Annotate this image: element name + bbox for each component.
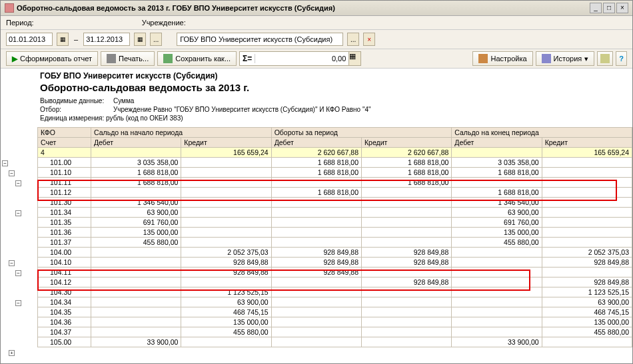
table-cell (452, 287, 542, 297)
col-credit: Кредит (181, 138, 271, 148)
tree-collapse-icon[interactable]: − (15, 300, 21, 306)
table-row[interactable]: 4165 659,242 620 667,882 620 667,88165 6… (38, 148, 632, 158)
table-row[interactable]: 104.35468 745,15468 745,15 (38, 307, 632, 317)
table-row[interactable]: 105.0033 900,0033 900,00 (38, 337, 632, 347)
table-cell: 104.30 (38, 287, 91, 297)
institution-label: Учреждение: (142, 19, 186, 27)
table-row[interactable]: 104.11928 849,88928 849,88 (38, 268, 632, 277)
tree-collapse-icon[interactable]: − (9, 170, 15, 176)
table-cell (542, 218, 632, 228)
table-cell (91, 277, 181, 287)
tree-collapse-icon[interactable]: − (2, 160, 8, 166)
table-cell (271, 307, 361, 317)
tree-collapse-icon[interactable]: − (9, 260, 15, 266)
tree-collapse-icon[interactable]: − (15, 270, 21, 276)
table-cell: 455 880,00 (181, 327, 271, 337)
run-icon: ▶ (12, 55, 17, 63)
table-row[interactable]: 104.12928 849,88928 849,88 (38, 277, 632, 287)
print-button[interactable]: Печать... (101, 51, 155, 66)
table-cell (542, 168, 632, 178)
table-row[interactable]: 101.301 346 540,001 346 540,00 (38, 198, 632, 208)
history-button[interactable]: История▾ (536, 51, 595, 66)
col-turnover: Обороты за период (271, 128, 452, 138)
table-cell (361, 337, 451, 347)
table-cell (271, 317, 361, 327)
tool-button-1[interactable] (597, 51, 613, 66)
table-cell (361, 287, 451, 297)
date-to-picker-icon[interactable]: ▦ (134, 33, 146, 46)
table-row[interactable]: 101.35691 760,00691 760,00 (38, 218, 632, 228)
report-content: ГОБУ ВПО Университет искусств (Субсидия)… (37, 69, 632, 363)
table-cell: 3 035 358,00 (452, 158, 542, 168)
table-cell: 691 760,00 (452, 218, 542, 228)
sigma-value: 0,00 (255, 55, 348, 63)
table-cell: 135 000,00 (542, 317, 632, 327)
table-cell (91, 248, 181, 258)
tree-collapse-icon[interactable]: − (15, 210, 21, 216)
table-row[interactable]: 101.003 035 358,001 688 818,001 688 818,… (38, 158, 632, 168)
table-row[interactable]: 104.002 052 375,03928 849,88928 849,882 … (38, 248, 632, 258)
tree-collapse-icon[interactable]: − (15, 180, 21, 186)
institution-input[interactable] (177, 33, 343, 46)
table-row[interactable]: 101.121 688 818,001 688 818,00 (38, 188, 632, 198)
table-cell (452, 178, 542, 188)
table-cell: 1 688 818,00 (91, 168, 181, 178)
table-cell: 1 688 818,00 (452, 168, 542, 178)
date-from-picker-icon[interactable]: ▦ (57, 33, 69, 46)
table-cell: 1 688 818,00 (361, 158, 451, 168)
table-cell (91, 258, 181, 268)
table-cell (542, 198, 632, 208)
table-row[interactable]: 101.37455 880,00455 880,00 (38, 238, 632, 248)
table-row[interactable]: 104.10928 849,88928 849,88928 849,88928 … (38, 258, 632, 268)
save-as-button[interactable]: Сохранить как... (157, 51, 237, 66)
output-label: Выводимые данные: (40, 97, 113, 104)
table-row[interactable]: 101.3463 900,0063 900,00 (38, 208, 632, 218)
table-row[interactable]: 104.301 123 525,151 123 525,15 (38, 287, 632, 297)
help-button[interactable]: ? (616, 51, 627, 66)
sigma-picker-icon[interactable]: ▦ (348, 52, 360, 65)
report-title: Оборотно-сальдовая ведомость за 2013 г. (40, 82, 630, 93)
sigma-label: Σ= (240, 54, 255, 63)
table-cell: 104.00 (38, 248, 91, 258)
table-cell: 928 849,88 (361, 248, 451, 258)
restore-button[interactable]: □ (603, 3, 615, 13)
filter-label: Отбор: (40, 106, 113, 113)
date-from-input[interactable] (6, 33, 53, 46)
table-row[interactable]: 104.3463 900,0063 900,00 (38, 297, 632, 307)
sum-box: Σ= 0,00 ▦ (239, 51, 361, 66)
table-cell: 135 000,00 (181, 317, 271, 327)
institution-clear-button[interactable]: × (363, 33, 375, 46)
table-cell (361, 327, 451, 337)
help-icon: ? (619, 55, 624, 63)
settings-label: Настройка (490, 55, 526, 63)
table-row[interactable]: 104.37455 880,00455 880,00 (38, 327, 632, 337)
date-to-input[interactable] (83, 33, 130, 46)
dash: – (74, 35, 78, 43)
table-cell (542, 238, 632, 248)
table-cell: 4 (38, 148, 91, 158)
table-cell (452, 317, 542, 327)
table-cell (181, 228, 271, 238)
table-cell (181, 168, 271, 178)
table-cell: 1 123 525,15 (542, 287, 632, 297)
history-label: История (554, 55, 582, 63)
close-button[interactable]: × (616, 3, 628, 13)
table-row[interactable]: 101.101 688 818,001 688 818,001 688 818,… (38, 168, 632, 178)
form-report-button[interactable]: ▶Сформировать отчет (6, 51, 98, 66)
col-kfo: КФО (38, 128, 91, 138)
table-row[interactable]: 104.36135 000,00135 000,00 (38, 317, 632, 327)
table-cell: 1 123 525,15 (181, 287, 271, 297)
table-cell (181, 198, 271, 208)
table-cell: 165 659,24 (542, 148, 632, 158)
dropdown-icon: ▾ (584, 55, 588, 63)
period-dots-button[interactable]: ... (150, 33, 162, 46)
minimize-button[interactable]: _ (590, 3, 602, 13)
table-row[interactable]: 101.36135 000,00135 000,00 (38, 228, 632, 238)
tree-expand-icon[interactable]: + (9, 350, 15, 356)
settings-button[interactable]: Настройка (472, 51, 532, 66)
table-cell: 1 346 540,00 (91, 198, 181, 208)
table-row[interactable]: 101.111 688 818,001 688 818,00 (38, 178, 632, 188)
table-cell: 1 346 540,00 (452, 198, 542, 208)
institution-dots-button[interactable]: ... (347, 33, 359, 46)
table-cell: 165 659,24 (181, 148, 271, 158)
